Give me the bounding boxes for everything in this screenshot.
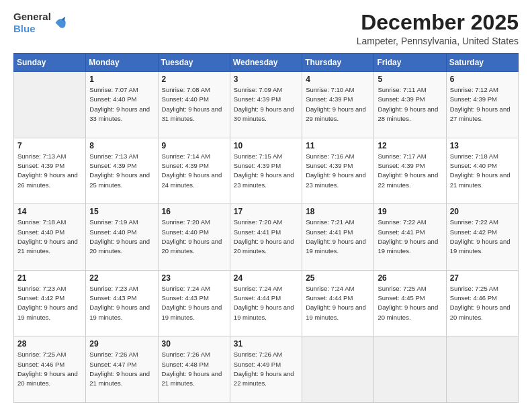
day-number: 9 bbox=[162, 141, 226, 150]
day-info: Sunrise: 7:13 AMSunset: 4:39 PMDaylight:… bbox=[89, 152, 154, 190]
day-info: Sunrise: 7:23 AMSunset: 4:43 PMDaylight:… bbox=[89, 284, 154, 322]
day-info: Sunrise: 7:26 AMSunset: 4:48 PMDaylight:… bbox=[162, 350, 226, 388]
col-saturday: Saturday bbox=[446, 54, 518, 72]
calendar-cell: 7Sunrise: 7:13 AMSunset: 4:39 PMDaylight… bbox=[14, 138, 86, 204]
calendar-body: 1Sunrise: 7:07 AMSunset: 4:40 PMDaylight… bbox=[14, 72, 519, 403]
calendar-cell: 27Sunrise: 7:25 AMSunset: 4:46 PMDayligh… bbox=[446, 270, 518, 336]
calendar-cell: 22Sunrise: 7:23 AMSunset: 4:43 PMDayligh… bbox=[86, 270, 158, 336]
logo-text: General Blue bbox=[13, 11, 51, 35]
day-info: Sunrise: 7:25 AMSunset: 4:45 PMDaylight:… bbox=[378, 284, 442, 322]
day-info: Sunrise: 7:09 AMSunset: 4:39 PMDaylight:… bbox=[234, 85, 298, 124]
day-info: Sunrise: 7:15 AMSunset: 4:39 PMDaylight:… bbox=[234, 152, 298, 190]
calendar-cell: 24Sunrise: 7:24 AMSunset: 4:44 PMDayligh… bbox=[230, 270, 302, 336]
calendar-cell: 5Sunrise: 7:11 AMSunset: 4:39 PMDaylight… bbox=[374, 72, 446, 138]
location: Lampeter, Pennsylvania, United States bbox=[357, 36, 519, 46]
day-number: 27 bbox=[450, 273, 515, 283]
calendar-header-row: Sunday Monday Tuesday Wednesday Thursday… bbox=[14, 54, 519, 72]
day-number: 23 bbox=[162, 273, 226, 283]
day-info: Sunrise: 7:22 AMSunset: 4:42 PMDaylight:… bbox=[450, 218, 515, 256]
day-number: 5 bbox=[378, 75, 442, 84]
day-number: 14 bbox=[17, 207, 82, 216]
day-info: Sunrise: 7:08 AMSunset: 4:40 PMDaylight:… bbox=[162, 85, 226, 124]
calendar-cell: 28Sunrise: 7:25 AMSunset: 4:46 PMDayligh… bbox=[14, 336, 86, 403]
calendar-table: Sunday Monday Tuesday Wednesday Thursday… bbox=[13, 53, 519, 403]
logo-icon bbox=[53, 15, 68, 30]
day-info: Sunrise: 7:24 AMSunset: 4:44 PMDaylight:… bbox=[234, 284, 298, 322]
calendar-week-5: 28Sunrise: 7:25 AMSunset: 4:46 PMDayligh… bbox=[14, 336, 519, 403]
day-number: 20 bbox=[450, 207, 515, 216]
day-info: Sunrise: 7:20 AMSunset: 4:41 PMDaylight:… bbox=[234, 218, 298, 256]
calendar-cell: 20Sunrise: 7:22 AMSunset: 4:42 PMDayligh… bbox=[446, 204, 518, 271]
day-number: 21 bbox=[17, 273, 82, 283]
day-info: Sunrise: 7:18 AMSunset: 4:40 PMDaylight:… bbox=[450, 152, 515, 190]
day-number: 16 bbox=[162, 207, 226, 216]
day-info: Sunrise: 7:24 AMSunset: 4:43 PMDaylight:… bbox=[162, 284, 226, 322]
day-number: 28 bbox=[17, 339, 82, 349]
day-info: Sunrise: 7:25 AMSunset: 4:46 PMDaylight:… bbox=[450, 284, 515, 322]
day-number: 10 bbox=[234, 141, 298, 150]
day-number: 24 bbox=[234, 273, 298, 283]
day-info: Sunrise: 7:25 AMSunset: 4:46 PMDaylight:… bbox=[17, 350, 82, 388]
calendar-cell: 30Sunrise: 7:26 AMSunset: 4:48 PMDayligh… bbox=[158, 336, 230, 403]
calendar-cell: 12Sunrise: 7:17 AMSunset: 4:39 PMDayligh… bbox=[374, 138, 446, 204]
day-number: 2 bbox=[162, 75, 226, 84]
day-info: Sunrise: 7:18 AMSunset: 4:40 PMDaylight:… bbox=[17, 218, 82, 256]
day-info: Sunrise: 7:07 AMSunset: 4:40 PMDaylight:… bbox=[89, 85, 154, 124]
logo-blue: Blue bbox=[13, 23, 36, 34]
col-monday: Monday bbox=[86, 54, 158, 72]
day-info: Sunrise: 7:16 AMSunset: 4:39 PMDaylight:… bbox=[306, 152, 370, 190]
month-title: December 2025 bbox=[357, 11, 519, 34]
col-thursday: Thursday bbox=[302, 54, 374, 72]
day-info: Sunrise: 7:24 AMSunset: 4:44 PMDaylight:… bbox=[306, 284, 370, 322]
calendar-cell: 9Sunrise: 7:14 AMSunset: 4:39 PMDaylight… bbox=[158, 138, 230, 204]
calendar-cell: 1Sunrise: 7:07 AMSunset: 4:40 PMDaylight… bbox=[86, 72, 158, 138]
day-info: Sunrise: 7:21 AMSunset: 4:41 PMDaylight:… bbox=[306, 218, 370, 256]
calendar-cell: 3Sunrise: 7:09 AMSunset: 4:39 PMDaylight… bbox=[230, 72, 302, 138]
day-info: Sunrise: 7:20 AMSunset: 4:40 PMDaylight:… bbox=[162, 218, 226, 256]
col-friday: Friday bbox=[374, 54, 446, 72]
col-tuesday: Tuesday bbox=[158, 54, 230, 72]
day-number: 4 bbox=[306, 75, 370, 84]
day-info: Sunrise: 7:26 AMSunset: 4:49 PMDaylight:… bbox=[234, 350, 298, 388]
logo: General Blue bbox=[13, 11, 68, 35]
day-number: 12 bbox=[378, 141, 442, 150]
day-number: 19 bbox=[378, 207, 442, 216]
calendar-cell: 13Sunrise: 7:18 AMSunset: 4:40 PMDayligh… bbox=[446, 138, 518, 204]
calendar-cell: 18Sunrise: 7:21 AMSunset: 4:41 PMDayligh… bbox=[302, 204, 374, 271]
calendar-cell: 14Sunrise: 7:18 AMSunset: 4:40 PMDayligh… bbox=[14, 204, 86, 271]
calendar-cell: 4Sunrise: 7:10 AMSunset: 4:39 PMDaylight… bbox=[302, 72, 374, 138]
day-number: 8 bbox=[89, 141, 154, 150]
calendar-cell: 15Sunrise: 7:19 AMSunset: 4:40 PMDayligh… bbox=[86, 204, 158, 271]
calendar-cell: 6Sunrise: 7:12 AMSunset: 4:39 PMDaylight… bbox=[446, 72, 518, 138]
day-info: Sunrise: 7:10 AMSunset: 4:39 PMDaylight:… bbox=[306, 85, 370, 124]
calendar-cell: 31Sunrise: 7:26 AMSunset: 4:49 PMDayligh… bbox=[230, 336, 302, 403]
calendar-week-4: 21Sunrise: 7:23 AMSunset: 4:42 PMDayligh… bbox=[14, 270, 519, 336]
calendar-cell: 29Sunrise: 7:26 AMSunset: 4:47 PMDayligh… bbox=[86, 336, 158, 403]
calendar-cell: 21Sunrise: 7:23 AMSunset: 4:42 PMDayligh… bbox=[14, 270, 86, 336]
calendar-cell: 16Sunrise: 7:20 AMSunset: 4:40 PMDayligh… bbox=[158, 204, 230, 271]
calendar-cell: 2Sunrise: 7:08 AMSunset: 4:40 PMDaylight… bbox=[158, 72, 230, 138]
col-sunday: Sunday bbox=[14, 54, 86, 72]
col-wednesday: Wednesday bbox=[230, 54, 302, 72]
day-info: Sunrise: 7:26 AMSunset: 4:47 PMDaylight:… bbox=[89, 350, 154, 388]
day-number: 11 bbox=[306, 141, 370, 150]
title-block: December 2025 Lampeter, Pennsylvania, Un… bbox=[357, 11, 519, 46]
day-number: 29 bbox=[89, 339, 154, 349]
day-number: 26 bbox=[378, 273, 442, 283]
calendar-cell: 11Sunrise: 7:16 AMSunset: 4:39 PMDayligh… bbox=[302, 138, 374, 204]
day-info: Sunrise: 7:13 AMSunset: 4:39 PMDaylight:… bbox=[17, 152, 82, 190]
day-info: Sunrise: 7:14 AMSunset: 4:39 PMDaylight:… bbox=[162, 152, 226, 190]
calendar-cell bbox=[446, 336, 518, 403]
day-number: 30 bbox=[162, 339, 226, 349]
day-number: 3 bbox=[234, 75, 298, 84]
calendar-cell: 26Sunrise: 7:25 AMSunset: 4:45 PMDayligh… bbox=[374, 270, 446, 336]
calendar-cell: 23Sunrise: 7:24 AMSunset: 4:43 PMDayligh… bbox=[158, 270, 230, 336]
logo-general: General bbox=[13, 11, 51, 22]
day-number: 7 bbox=[17, 141, 82, 150]
day-number: 17 bbox=[234, 207, 298, 216]
calendar-week-2: 7Sunrise: 7:13 AMSunset: 4:39 PMDaylight… bbox=[14, 138, 519, 204]
day-number: 6 bbox=[450, 75, 515, 84]
day-info: Sunrise: 7:12 AMSunset: 4:39 PMDaylight:… bbox=[450, 85, 515, 124]
day-info: Sunrise: 7:11 AMSunset: 4:39 PMDaylight:… bbox=[378, 85, 442, 124]
day-info: Sunrise: 7:23 AMSunset: 4:42 PMDaylight:… bbox=[17, 284, 82, 322]
